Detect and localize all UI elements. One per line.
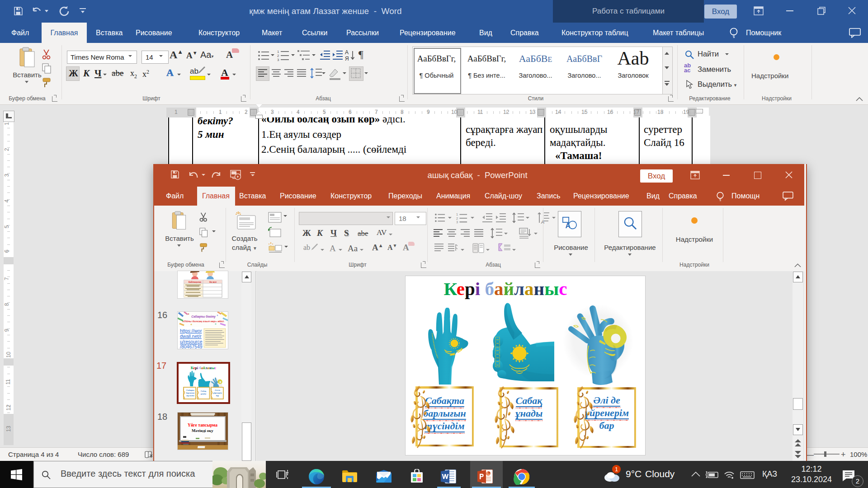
svg-text:/80467549: /80467549 <box>180 344 203 349</box>
svg-text:A: A <box>566 221 571 230</box>
svg-text:Кейіпкерлер: Кейіпкерлер <box>189 281 201 283</box>
svg-text:На жол: На жол <box>209 281 217 283</box>
svg-text:Кері байланыс: Кері байланыс <box>191 366 217 370</box>
svg-text:түсіндім: түсіндім <box>186 394 194 397</box>
svg-text:https://wor: https://wor <box>180 328 202 333</box>
svg-text:Я: Я <box>345 56 349 61</box>
svg-text:Сабақ: Сабақ <box>201 390 207 392</box>
svg-text:2: 2 <box>277 54 279 58</box>
svg-text:dwall.net/r: dwall.net/r <box>180 333 202 339</box>
svg-text:Үйге тапсырма: Үйге тапсырма <box>188 423 217 427</box>
svg-text:Мәтінді оқу: Мәтінді оқу <box>192 428 214 433</box>
svg-text:3: 3 <box>456 220 458 223</box>
svg-text:Сабақта: Сабақта <box>186 389 194 391</box>
svg-text:барлығын: барлығын <box>186 392 195 394</box>
svg-text:«Ойлы болсаң озып көр» әдісі.: «Ойлы болсаң озып көр» әдісі. <box>182 320 224 323</box>
svg-text:3: 3 <box>277 58 279 61</box>
svg-text:үйренерім: үйренерім <box>213 392 222 394</box>
svg-text:Әлі де: Әлі де <box>215 389 220 391</box>
svg-text:1: 1 <box>277 50 279 54</box>
svg-text:Сабақты бекіту: Сабақты бекіту <box>191 315 216 319</box>
svg-text:А: А <box>345 49 349 56</box>
svg-text:ұнады: ұнады <box>200 393 206 395</box>
svg-text:бар: бар <box>216 394 219 397</box>
